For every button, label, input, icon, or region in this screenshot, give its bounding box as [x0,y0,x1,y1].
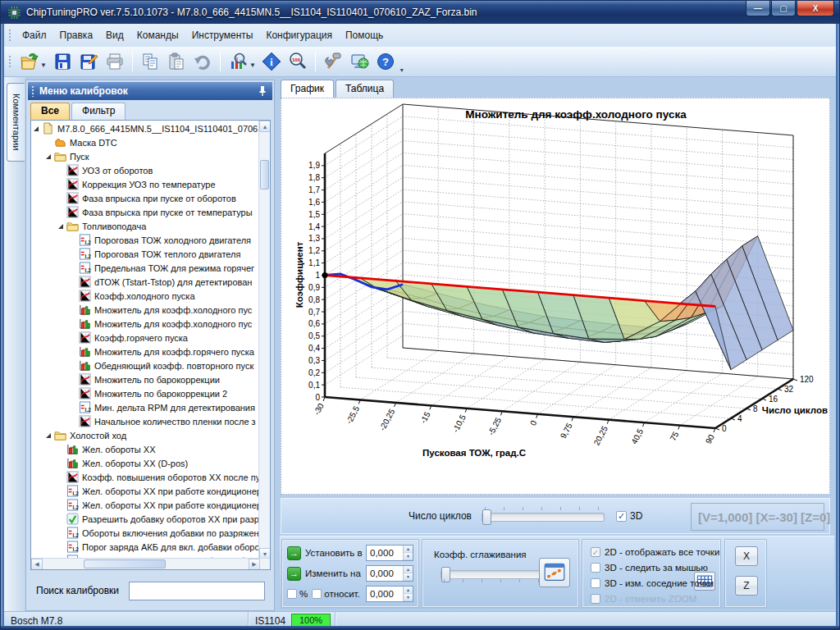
menu-item-вид[interactable]: Вид [99,27,130,43]
percent-checkbox[interactable] [287,589,297,599]
view-option-3[interactable]: 2D - отменить ZOOM [591,591,696,606]
apply-set-button[interactable]: → [287,546,301,560]
toolbar-overflow-icon[interactable]: ▾ [400,66,404,76]
preview-button[interactable] [285,49,310,74]
tab-table[interactable]: Таблица [336,80,394,98]
scroll-right-icon[interactable]: ▶ [249,559,260,570]
tree-horizontal-scrollbar[interactable]: ◀ ▶ [31,558,271,569]
tab-graph[interactable]: График [281,80,334,98]
tree-item[interactable]: Множитель по барокоррекции [31,372,259,386]
help-button[interactable] [373,49,398,74]
percent-value-spinner[interactable]: 0,000 ▲▼ [366,586,413,602]
cycles-slider-thumb[interactable] [482,509,491,525]
tree-item[interactable]: dТОЖ (Tstart-Tstop) для детектирован [31,275,259,289]
tree-item[interactable]: Маска DTC [31,135,259,149]
minimize-button[interactable]: — [746,1,770,16]
tree-vscroll-thumb[interactable] [260,160,269,189]
smoothing-slider-track[interactable] [441,570,547,579]
chart-view-button[interactable] [226,49,250,74]
tree-vertical-scrollbar[interactable]: ▲ ▼ [258,121,270,559]
tools-button[interactable] [321,49,345,74]
tree-item[interactable]: Коэфф.холодного пуска [31,289,259,303]
percent-value[interactable]: 0,000 [367,587,403,601]
set-spinner-buttons[interactable]: ▲▼ [403,546,413,560]
tree-item[interactable]: Пороговая ТОЖ холодного двигателя [31,233,259,247]
paste-button[interactable] [164,49,189,74]
tree-item[interactable]: Коэфф.горячего пуска [31,331,259,345]
maximize-button[interactable]: ▢ [771,1,796,16]
z-axis-button[interactable]: Z [735,576,758,596]
view-option-checkbox[interactable] [591,594,600,604]
tree-item[interactable]: Разрешить добавку оборотов XX при разр [31,512,259,526]
tree-item[interactable]: Фаза впрыска при пуске от температуры [31,205,259,219]
pin-icon[interactable] [258,85,267,97]
expand-icon[interactable] [33,126,41,132]
spin-down-icon[interactable]: ▼ [404,573,413,581]
percent-spinner-buttons[interactable]: ▲▼ [403,587,413,601]
menu-item-правка[interactable]: Правка [53,27,100,43]
menu-item-файл[interactable]: Файл [16,27,53,43]
view-option-checkbox[interactable]: ✓ [591,547,600,557]
tree-item[interactable]: M7.8.0_666_4415MN.5__IS1104_IS110401_070… [31,121,259,135]
view-option-checkbox[interactable] [591,578,600,588]
info-button[interactable] [259,49,284,74]
tree-item[interactable]: Обедняющий коэфф. повторного пуск [31,358,259,372]
tree-item[interactable]: Коррекция УОЗ по температуре [31,177,259,191]
checkbox-3d-wrap[interactable]: ✓ 3D [616,510,642,522]
expand-icon[interactable] [45,153,53,160]
spin-down-icon[interactable]: ▼ [404,553,413,560]
spin-up-icon[interactable]: ▲ [404,566,413,573]
cycles-slider-track[interactable] [482,513,605,522]
tree-item[interactable]: Топливоподача [31,219,259,233]
tree-item[interactable]: Множитель для коэфф.холодного пус [31,317,259,331]
tree-item[interactable]: Множитель по барокоррекции 2 [31,386,259,400]
menu-item-помощь[interactable]: Помощь [339,27,390,43]
scroll-left-icon[interactable]: ◀ [31,559,43,570]
view-option-2[interactable]: 3D - изм. соседние точки [591,576,714,591]
tree-item[interactable]: УОЗ от оборотов [31,163,259,177]
tree-item[interactable]: Пороговая ТОЖ теплого двигателя [31,247,259,261]
change-spinner-buttons[interactable]: ▲▼ [403,566,413,581]
search-input[interactable] [129,582,265,600]
view-option-checkbox[interactable] [591,563,600,573]
tree-item[interactable]: Мин. дельта RPM для детектирования [31,400,259,414]
tree-item[interactable]: Предельная ТОЖ для режима горячег [31,261,259,275]
tree-item[interactable]: Множитель для коэфф.холодного пус [31,303,259,317]
spin-down-icon[interactable]: ▼ [404,594,413,601]
tree-item[interactable]: Холостой ход [31,428,259,442]
surface-chart[interactable]: 00,10,20,30,40,50,60,70,80,911,11,21,31,… [281,98,829,494]
open-file-button[interactable] [16,49,41,74]
expand-icon[interactable] [57,223,66,230]
tree-hscroll-thumb[interactable] [84,559,166,568]
tree-item[interactable]: Жел. обороты XX при работе кондиционер [31,498,259,512]
tree-item[interactable]: Жел. обороты XX (D-pos) [31,456,259,470]
tree-item[interactable]: Жел. обороты XX [31,442,259,456]
expand-icon[interactable] [45,432,53,439]
tab-comments[interactable]: Комментарии [7,83,25,162]
tab-filter[interactable]: Фильтр [71,103,126,120]
checkbox-3d[interactable]: ✓ [616,511,627,522]
change-value[interactable]: 0,000 [367,566,403,581]
relative-checkbox[interactable] [312,589,322,599]
tree-item[interactable]: Коэфф. повышения оборотов XX после пус [31,470,259,484]
tree-item[interactable]: Обороты включения добавки по разряжен [31,526,259,540]
spin-up-icon[interactable]: ▲ [404,587,413,594]
smoothing-slider[interactable] [441,563,547,584]
tab-all[interactable]: Все [30,103,70,120]
change-value-spinner[interactable]: 0,000 ▲▼ [366,565,413,582]
smoothing-apply-button[interactable] [539,558,570,587]
scroll-up-icon[interactable]: ▲ [259,121,271,132]
menu-item-конфигурация[interactable]: Конфигурация [259,27,339,43]
close-button[interactable]: X [797,1,834,16]
print-button[interactable] [103,49,127,74]
set-value[interactable]: 0,000 [367,546,403,560]
view-option-1[interactable]: 3D - следить за мышью [591,560,708,575]
save-as-button[interactable] [76,49,101,74]
web-update-button[interactable] [347,49,372,74]
apply-change-button[interactable]: → [287,567,301,581]
spin-up-icon[interactable]: ▲ [404,546,413,553]
tree-item[interactable]: Пуск [31,149,259,163]
tree-item[interactable]: Множитель для коэфф.горячего пуска [31,345,259,358]
undo-button[interactable] [190,49,215,74]
tree-item[interactable]: Фаза впрыска при пуске от оборотов [31,191,259,205]
